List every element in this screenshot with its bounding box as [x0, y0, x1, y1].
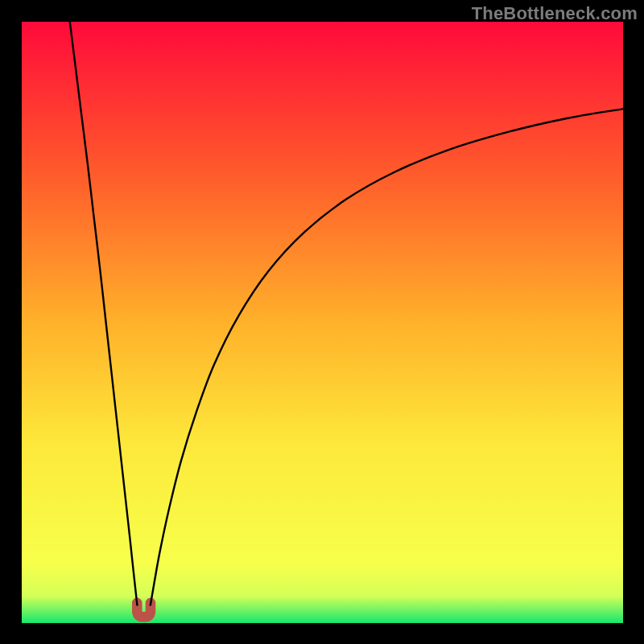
- chart-svg: [22, 22, 623, 623]
- plot-area: [22, 22, 623, 623]
- watermark-text: TheBottleneck.com: [472, 3, 638, 24]
- chart-frame: TheBottleneck.com: [0, 0, 644, 644]
- gradient-background: [22, 22, 623, 623]
